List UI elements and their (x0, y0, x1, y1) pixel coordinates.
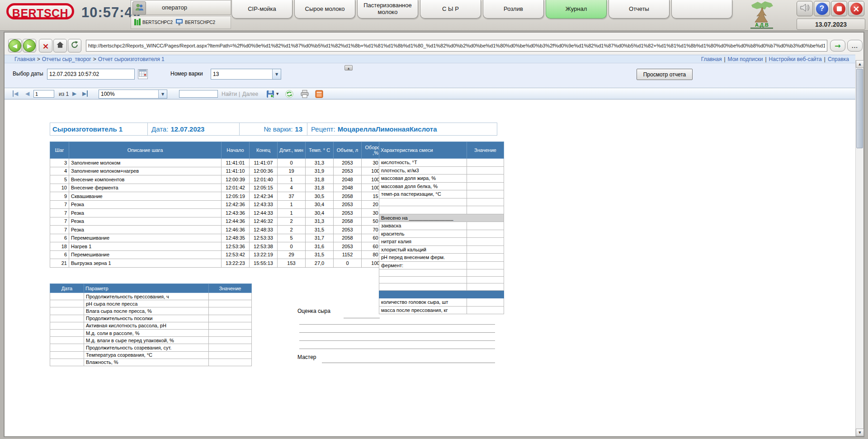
steps-row: 10Внесение фермента12:01:4212:05:15431,8… (50, 184, 390, 192)
mix-value-cell (467, 254, 504, 262)
nav-tab-label: С Ы Р (442, 6, 459, 13)
steps-cell: 12:53:36 (222, 242, 250, 251)
press-param-cell: Продолжительность созревания, сут. (84, 344, 209, 351)
breadcrumb-link[interactable]: Главная (14, 56, 35, 62)
back-button[interactable]: ◀ (8, 39, 22, 52)
steps-cell: 1152 (334, 250, 362, 259)
vertical-scrollbar[interactable]: ▲ ▼ (855, 60, 863, 436)
nav-tab-6[interactable]: Журнал (546, 0, 607, 19)
data-feed-button[interactable] (315, 90, 324, 100)
mix-col-header: Характеристика смеси (379, 142, 467, 159)
press-value-cell (209, 337, 252, 344)
steps-cell: 31,3 (306, 217, 334, 226)
refresh-button[interactable] (68, 39, 81, 52)
steps-cell: 6 (50, 234, 69, 242)
mix-label-cell: количество головок сыра, шт (379, 298, 467, 307)
steps-cell: 2048 (334, 175, 362, 184)
url-input[interactable] (86, 40, 827, 52)
calendar-icon (139, 69, 147, 79)
steps-row: 18Нагрев 112:53:3612:53:38031,6205360 (50, 242, 390, 251)
mix-value-cell (467, 182, 504, 190)
stop-button[interactable] (831, 1, 847, 16)
steps-cell: 31,5 (306, 226, 334, 234)
mix-label-cell: масса после прессования, кг (379, 306, 467, 314)
site-link[interactable]: Главная (701, 56, 722, 62)
steps-cell: Перемешивание (69, 250, 222, 259)
print-button[interactable] (300, 90, 309, 100)
nav-tab-8[interactable] (671, 0, 732, 19)
breadcrumb-link[interactable]: Отчеты сыр_творог (42, 56, 91, 62)
mix-value-cell (467, 190, 504, 198)
nav-tab-1[interactable]: CIP-мойка (231, 0, 292, 19)
nav-tab-4[interactable]: С Ы Р (420, 0, 481, 19)
prev-page-button[interactable]: ◀ (25, 90, 29, 97)
nav-tab-3[interactable]: Пастеризованное молоко (357, 0, 418, 19)
press-param-cell: М.д. соли в рассоле, % (84, 329, 209, 336)
mix-header-row: Характеристика смесиЗначение (379, 142, 504, 159)
steps-cell: 29 (278, 250, 306, 259)
server-icon (134, 18, 141, 27)
search-input[interactable] (179, 90, 218, 98)
steps-cell: 153 (278, 259, 306, 268)
scroll-up-button[interactable]: ▲ (856, 60, 864, 68)
find-link[interactable]: Найти (222, 91, 237, 97)
press-col-header: Значение (209, 284, 252, 293)
steps-cell: 31,5 (306, 250, 334, 259)
mix-row: фермент: (379, 261, 504, 269)
batch-select[interactable]: 13 ▼ (211, 69, 281, 80)
page-number-input[interactable] (33, 90, 54, 98)
first-page-button[interactable]: ◀ (13, 90, 18, 97)
export-button[interactable] (266, 90, 275, 100)
more-button[interactable]: ... (847, 40, 863, 52)
mix-row: хлористый кальций (379, 245, 504, 254)
viewer-toolbar: ◀ ◀ из 1 ▶ ▶ 100% ▼ Найти | Далее ▼ (5, 88, 855, 99)
breadcrumb-link[interactable]: Отчет сыроизготовителя 1 (98, 56, 165, 62)
mix-row: массовая доля белка, % (379, 182, 504, 190)
steps-cell: 2 (278, 217, 306, 226)
site-link[interactable]: Справка (828, 56, 849, 62)
steps-cell: 31,9 (306, 167, 334, 175)
sound-button[interactable] (797, 1, 813, 16)
date-value: 12.07.2023 (170, 125, 204, 133)
refresh-icon (70, 40, 79, 51)
zoom-select[interactable]: 100% ▼ (99, 90, 167, 99)
refresh-report-button[interactable] (285, 90, 294, 100)
stop-x-icon: × (42, 41, 49, 51)
steps-cell: 37 (278, 192, 306, 201)
go-button[interactable]: → (830, 40, 845, 52)
steps-cell: Сквашивание (69, 192, 222, 201)
forward-button[interactable]: ▶ (23, 39, 36, 52)
press-table-grid: ДатаПараметрЗначениеПродолжительность пр… (50, 283, 252, 366)
find-next-link[interactable]: Далее (242, 91, 258, 97)
home-button[interactable] (53, 39, 67, 52)
help-button[interactable]: ? (814, 1, 830, 16)
mix-row: закваска (379, 222, 504, 230)
nav-tab-5[interactable]: Розлив (483, 0, 544, 19)
report-title-batch: № варки: 13 (239, 123, 307, 136)
operator-button[interactable] (132, 1, 146, 15)
stop-nav-button[interactable]: × (39, 39, 52, 52)
calendar-button[interactable] (138, 69, 148, 79)
scrollbar-thumb[interactable] (856, 69, 863, 148)
mix-row (379, 206, 504, 214)
date-select-input[interactable] (47, 69, 135, 80)
export-dropdown-icon[interactable]: ▼ (276, 92, 278, 96)
scroll-down-button[interactable]: ▼ (856, 429, 864, 436)
last-page-button[interactable]: ▶ (82, 90, 88, 97)
steps-cell: 11:41:01 (222, 159, 250, 167)
site-link[interactable]: Мои подписки (728, 56, 763, 62)
site-links: Главная|Мои подписки|Настройки веб-сайта… (701, 56, 849, 62)
collapse-parameters-handle[interactable]: ▲ (344, 65, 353, 71)
exit-button[interactable]: × (848, 1, 864, 16)
view-report-button[interactable]: Просмотр отчета (637, 69, 693, 80)
mix-row: количество головок сыра, шт (379, 298, 504, 307)
steps-cell: 31,7 (306, 234, 334, 242)
steps-cell: 2058 (334, 217, 362, 226)
site-link[interactable]: Настройки веб-сайта (769, 56, 822, 62)
steps-cell: 12:05:19 (222, 192, 250, 201)
master-signature-line (322, 363, 495, 363)
nav-tab-2[interactable]: Сырое молоко (294, 0, 355, 19)
nav-tab-7[interactable]: Отчеты (609, 0, 670, 19)
next-page-button[interactable]: ▶ (72, 90, 76, 97)
steps-cell: 12:44:33 (250, 209, 278, 217)
